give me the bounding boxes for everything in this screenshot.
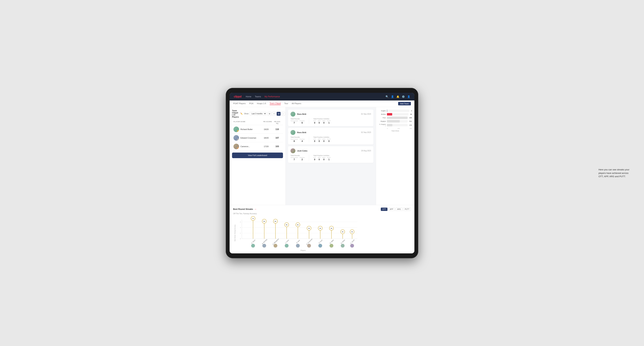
tournament-stat3: Tournament 7 — [290, 157, 298, 161]
subnav-tour[interactable]: Tour — [284, 102, 288, 105]
subnav-pgat[interactable]: PGAT Players — [233, 102, 246, 105]
svg-text:7x: 7x — [252, 218, 254, 219]
svg-point-58 — [350, 244, 354, 248]
bar-chart: Eagles 3 Birdies 96 — [378, 110, 412, 132]
bar-container-bogeys — [387, 120, 408, 123]
filter-button[interactable]: ↓ — [281, 112, 285, 116]
subnav-all-players[interactable]: All Players — [292, 102, 301, 105]
bottom-title: Best Round Streaks ← — [233, 208, 257, 211]
bar-container-eagles — [387, 110, 409, 112]
player-avg-edward: 107 — [273, 137, 282, 139]
table-view-button[interactable]: ▤ — [277, 112, 280, 116]
bar-value-dbogeys: 131 — [409, 124, 412, 126]
player-score-richard: 19/20 — [261, 128, 272, 130]
svg-point-51 — [274, 244, 278, 248]
activities-label2: Total Practice Activities — [313, 136, 331, 138]
svg-text:2: 2 — [240, 232, 241, 234]
card-name-josh: Josh Coles — [297, 150, 360, 152]
arg-stat2: ARG 0 — [322, 138, 325, 142]
activities-label: Total Practice Activities — [313, 118, 331, 120]
axis-0: 0 — [387, 128, 388, 129]
main-content: Team Clippd | 14 Players ✏️ Show Last 3 … — [230, 107, 414, 205]
view-leaderboard-button[interactable]: View Full Leaderboard — [232, 153, 283, 158]
streak-chart-container: Best Streak, Fairway Accuracy 0 2 4 6 — [233, 216, 411, 251]
search-icon[interactable]: 🔍 — [386, 95, 388, 98]
activities-label3: Total Practice Activities — [313, 155, 331, 156]
subnav-pga[interactable]: PGA — [249, 102, 254, 105]
card-top-rees2: Rees Britt 02 Sep 2023 — [290, 130, 371, 135]
rounds-label3: Total Rounds — [290, 155, 305, 156]
user-icon[interactable]: 👤 — [391, 95, 394, 98]
ott-stat2: OTT 0 — [313, 138, 316, 142]
player-row[interactable]: 1 Richard Butler 19/20 110 — [232, 125, 283, 134]
avatar-icon[interactable]: 👤 — [407, 95, 410, 98]
chart-subtitle: Off The Tee, Fairway Accuracy — [233, 213, 411, 215]
bar-row-birdies: Birdies 96 — [378, 113, 412, 116]
col-pb-avg: PB AVG SQ — [273, 121, 282, 124]
add-team-button[interactable]: Add Team — [398, 102, 411, 105]
player-name-edward: Edward Crossman — [240, 137, 260, 139]
player-card-rees: Rees Britt 02 Sep 2023 Total Rounds Tour… — [288, 110, 374, 126]
bar-row-eagles: Eagles 3 — [378, 110, 412, 112]
subnav-hcaps[interactable]: Hcaps 1-5 — [257, 102, 266, 105]
player-row[interactable]: 2 Edward Crossman 18/20 107 — [232, 134, 283, 142]
bar-label-pars: Pars — [378, 117, 386, 119]
tab-app[interactable]: APP — [388, 208, 395, 211]
bar-row-pars: Pars 499 — [378, 117, 412, 119]
bar-label-bogeys: Bogeys — [378, 120, 386, 122]
activities-sub-row: OTT 0 APP 0 ARG 0 — [313, 120, 331, 124]
rank-badge-1: 1 — [237, 130, 239, 132]
svg-point-50 — [262, 244, 266, 248]
axis-200: 200 — [398, 128, 400, 129]
app-stat: APP 0 — [318, 120, 320, 124]
svg-text:5x: 5x — [286, 224, 288, 226]
tablet-frame: clippd Home Teams My Performance 🔍 👤 🔔 ⚙… — [226, 88, 418, 258]
svg-text:4x: 4x — [320, 227, 321, 229]
period-select[interactable]: Last 3 months — [250, 112, 266, 115]
edit-icon[interactable]: ✏️ — [240, 113, 243, 115]
svg-text:D. Ford: D. Ford — [318, 239, 323, 244]
card-name-rees: Rees Britt — [297, 113, 359, 115]
svg-text:M. Miller: M. Miller — [329, 239, 334, 244]
tournament-stat2: Tournament 8 — [290, 138, 298, 142]
card-top-josh: Josh Coles 26 Aug 2023 — [290, 148, 371, 153]
practice-val: 6 — [300, 122, 305, 124]
settings-icon[interactable]: ⚙️ — [402, 95, 405, 98]
nav-link-home[interactable]: Home — [246, 95, 251, 98]
metric-tabs: OTT APP ARG PUTT — [381, 208, 411, 211]
team-header: Team Clippd | 14 Players ✏️ Show Last 3 … — [232, 110, 283, 118]
grid-view-button[interactable]: ⊞ — [268, 112, 272, 116]
tournament-val: 7 — [290, 122, 298, 124]
nav-link-performance[interactable]: My Performance — [264, 95, 280, 98]
bar-fill-pars — [387, 117, 408, 119]
bar-container-dbogeys — [387, 124, 408, 126]
bar-label-dbogeys: D. Bogeys + — [378, 124, 386, 127]
nav-link-teams[interactable]: Teams — [255, 95, 261, 98]
subnav-team-clippd[interactable]: Team Clippd — [270, 102, 281, 105]
bar-label-eagles: Eagles — [378, 110, 386, 112]
svg-point-52 — [285, 244, 288, 248]
player-row[interactable]: 3 Cameron... 17/20 103 — [232, 142, 283, 151]
svg-text:C. Quick: C. Quick — [350, 239, 355, 244]
player-avg-cameron: 103 — [273, 145, 282, 148]
app-stat3: APP 0 — [318, 157, 320, 161]
activities-group3: Total Practice Activities OTT 0 APP 0 — [313, 155, 331, 161]
card-date-rees: 02 Sep 2023 — [361, 113, 371, 115]
tab-ott[interactable]: OTT — [381, 208, 388, 211]
tab-arg[interactable]: ARG — [396, 208, 402, 211]
bell-icon[interactable]: 🔔 — [396, 95, 399, 98]
list-view-button[interactable]: ≡ — [272, 112, 276, 116]
avatar-richard: 1 — [234, 127, 239, 132]
bar-row-dbogeys: D. Bogeys + 131 — [378, 124, 412, 127]
tab-putt[interactable]: PUTT — [403, 208, 411, 211]
right-panel: Eagles 3 Birdies 96 — [376, 107, 414, 205]
rounds-label2: Total Rounds — [290, 136, 305, 138]
svg-point-57 — [341, 244, 344, 248]
avatar-cameron: 3 — [234, 144, 239, 149]
svg-text:R. Butler: R. Butler — [340, 239, 346, 244]
putt-stat3: PUTT 1 — [327, 157, 331, 161]
bottom-header: Best Round Streaks ← OTT APP ARG PUTT — [233, 208, 411, 211]
chart-x-title: Total Shots — [378, 130, 412, 132]
nav-bar: clippd Home Teams My Performance 🔍 👤 🔔 ⚙… — [230, 93, 414, 100]
svg-text:4: 4 — [240, 227, 241, 228]
